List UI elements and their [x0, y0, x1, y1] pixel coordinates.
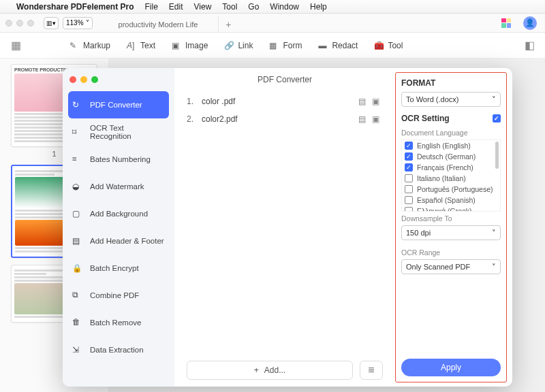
text-label: Text: [140, 41, 155, 50]
downsample-select[interactable]: 150 dpi˅: [401, 225, 501, 240]
minimize-dialog-icon[interactable]: [80, 76, 87, 83]
language-list[interactable]: ✓English (English)✓Deutsch (German)✓Fran…: [401, 140, 501, 212]
chevron-down-icon: ˅: [86, 19, 89, 27]
apply-button[interactable]: Apply: [401, 359, 501, 376]
file-options-icon[interactable]: ▤: [358, 97, 369, 106]
form-tool[interactable]: ▦Form: [269, 41, 302, 50]
tool-menu[interactable]: 🧰Tool: [374, 41, 403, 50]
language-checkbox[interactable]: [405, 196, 413, 204]
language-checkbox[interactable]: [405, 185, 413, 193]
text-tool[interactable]: A]Text: [127, 41, 155, 50]
sidebar-item-bates[interactable]: ≡Bates Numbering: [63, 146, 174, 173]
sidebar-label: Batch Encrypt: [90, 264, 139, 272]
add-file-button[interactable]: +Add...: [187, 361, 353, 380]
format-panel: FORMAT To Word (.docx)˅ OCR Setting ✓ Do…: [395, 72, 507, 382]
watermark-icon: ◒: [72, 182, 82, 191]
sidebar-item-ocr[interactable]: ⌑OCR Text Recognition: [63, 118, 174, 146]
language-option[interactable]: Ελληνικά (Greek): [402, 206, 500, 212]
zoom-window-icon[interactable]: [27, 20, 34, 27]
form-label: Form: [283, 41, 302, 50]
menu-tool[interactable]: Tool: [222, 2, 237, 12]
file-name: color2.pdf: [202, 114, 356, 124]
close-dialog-icon[interactable]: [69, 76, 76, 83]
format-select[interactable]: To Word (.docx)˅: [401, 92, 501, 107]
menu-help[interactable]: Help: [310, 2, 327, 12]
sidebar-item-data-extraction[interactable]: ⇲Data Extraction: [63, 336, 174, 363]
link-tool[interactable]: 🔗Link: [224, 41, 253, 50]
list-options-button[interactable]: ≡: [360, 361, 383, 380]
panel-toggle-icon[interactable]: ◧: [522, 38, 537, 53]
background-icon: ▢: [72, 209, 82, 218]
tab-bar: productivity Modern Life +: [98, 14, 238, 33]
file-row[interactable]: 2. color2.pdf ▤ ▣: [187, 110, 383, 128]
zoom-dialog-icon[interactable]: [91, 76, 98, 83]
lock-icon: 🔒: [72, 263, 82, 273]
bates-icon: ≡: [72, 154, 82, 164]
file-options-icon[interactable]: ▤: [358, 114, 369, 124]
sidebar-item-batch-remove[interactable]: 🗑Batch Remove: [63, 309, 174, 336]
redact-tool[interactable]: ▬Redact: [318, 41, 358, 50]
minimize-window-icon[interactable]: [16, 20, 23, 27]
thumbnails-toggle-icon[interactable]: ▦: [8, 38, 23, 53]
file-index: 1.: [187, 97, 202, 106]
document-tab[interactable]: productivity Modern Life: [98, 16, 219, 33]
language-option[interactable]: Español (Spanish): [402, 195, 500, 206]
ocr-range-label: OCR Range: [401, 248, 501, 257]
language-label: Ελληνικά (Greek): [417, 207, 472, 212]
image-icon: ▣: [172, 41, 181, 50]
markup-tool[interactable]: ✎Markup: [69, 41, 110, 50]
language-option[interactable]: ✓Français (French): [402, 162, 500, 173]
sidebar-item-combine[interactable]: ⧉Combine PDF: [63, 282, 174, 309]
sidebar-item-encrypt[interactable]: 🔒Batch Encrypt: [63, 255, 174, 282]
sidebar-label: Add Background: [90, 210, 148, 218]
sidebar-item-watermark[interactable]: ◒Add Watermark: [63, 173, 174, 200]
sidebar-label: Combine PDF: [90, 291, 139, 299]
pen-icon: ✎: [69, 41, 79, 50]
sidebar-label: Bates Numbering: [90, 155, 151, 163]
apps-grid-icon[interactable]: [501, 18, 511, 28]
dialog-main: PDF Converter 1. color .pdf ▤ ▣ 2. color…: [174, 68, 395, 387]
language-checkbox[interactable]: [405, 174, 413, 182]
sidebar-label: PDF Converter: [90, 101, 142, 109]
tab-label: productivity Modern Life: [119, 20, 198, 29]
sidebar-item-header-footer[interactable]: ▤Add Header & Footer: [63, 227, 174, 255]
file-list: 1. color .pdf ▤ ▣ 2. color2.pdf ▤ ▣: [174, 88, 395, 354]
ocr-toggle-checkbox[interactable]: ✓: [493, 114, 501, 122]
menu-window[interactable]: Window: [270, 2, 299, 12]
language-label: Español (Spanish): [417, 196, 476, 204]
page-layout-button[interactable]: ▥▾: [44, 17, 59, 29]
user-avatar[interactable]: 👤: [523, 16, 537, 30]
file-preview-icon[interactable]: ▣: [372, 97, 383, 106]
language-option[interactable]: ✓Deutsch (German): [402, 151, 500, 162]
sidebar-item-background[interactable]: ▢Add Background: [63, 200, 174, 227]
app-name[interactable]: Wondershare PDFelement Pro: [16, 2, 134, 12]
format-value: To Word (.docx): [406, 95, 458, 103]
range-value: Only Scanned PDF: [406, 263, 470, 271]
combine-icon: ⧉: [72, 291, 82, 300]
language-option[interactable]: Português (Portuguese): [402, 184, 500, 195]
language-option[interactable]: ✓English (English): [402, 140, 500, 151]
menu-file[interactable]: File: [145, 2, 158, 12]
scrollbar-thumb[interactable]: [495, 142, 499, 169]
menu-go[interactable]: Go: [248, 2, 259, 12]
menu-view[interactable]: View: [194, 2, 212, 12]
zoom-select[interactable]: 113%˅: [63, 17, 93, 29]
language-checkbox[interactable]: ✓: [405, 163, 413, 172]
file-preview-icon[interactable]: ▣: [372, 114, 383, 124]
trash-icon: 🗑: [72, 318, 82, 327]
new-tab-button[interactable]: +: [219, 16, 238, 33]
language-checkbox[interactable]: [405, 207, 413, 212]
apply-label: Apply: [441, 363, 461, 372]
language-checkbox[interactable]: ✓: [405, 142, 413, 150]
close-window-icon[interactable]: [5, 20, 12, 27]
language-checkbox[interactable]: ✓: [405, 152, 413, 161]
ocr-range-select[interactable]: Only Scanned PDF˅: [401, 259, 501, 274]
language-option[interactable]: Italiano (Italian): [402, 173, 500, 184]
form-icon: ▦: [269, 41, 279, 50]
file-row[interactable]: 1. color .pdf ▤ ▣: [187, 93, 383, 110]
menu-edit[interactable]: Edit: [169, 2, 183, 12]
image-tool[interactable]: ▣Image: [172, 41, 208, 50]
file-index: 2.: [187, 114, 202, 124]
dialog-window-controls: [63, 74, 174, 91]
sidebar-item-pdf-converter[interactable]: ↻PDF Converter: [68, 91, 169, 118]
